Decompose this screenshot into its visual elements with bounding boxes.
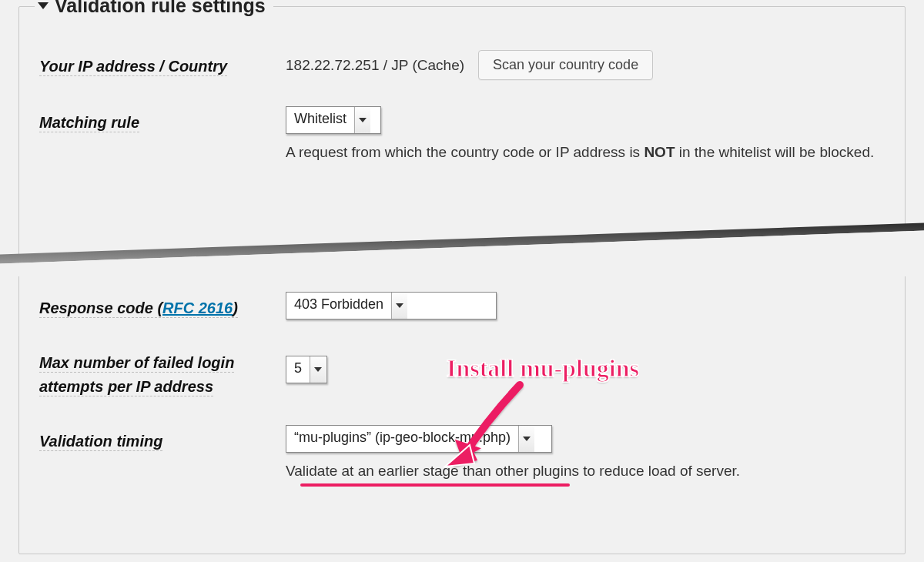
row-max-failed-login: Max number of failed login attempts per … (39, 346, 885, 399)
row-ip-address: Your IP address / Country 182.22.72.251 … (39, 50, 885, 80)
validation-timing-description: Validate at an earlier stage than other … (286, 460, 885, 482)
validation-timing-value: “mu-plugins” (ip-geo-block-mu.php) (286, 426, 518, 452)
chevron-down-icon (354, 107, 370, 133)
fieldset-title: Validation rule settings (55, 0, 266, 17)
label-matching-rule: Matching rule (39, 114, 139, 132)
chevron-down-icon (391, 293, 407, 319)
label-max-failed-login: Max number of failed login attempts per … (39, 354, 234, 396)
row-validation-timing: Validation timing “mu-plugins” (ip-geo-b… (39, 425, 885, 482)
matching-rule-description: A request from which the country code or… (286, 142, 885, 163)
ip-address-value: 182.22.72.251 / JP (Cache) (286, 57, 464, 74)
label-validation-timing: Validation timing (39, 433, 162, 451)
matching-rule-select[interactable]: Whitelist (286, 106, 381, 134)
fieldset-toggle[interactable]: Validation rule settings (35, 0, 273, 17)
label-response-code: Response code (RFC 2616) (39, 299, 238, 318)
label-ip-address: Your IP address / Country (39, 58, 227, 76)
scan-country-code-button[interactable]: Scan your country code (478, 50, 653, 80)
max-failed-login-select[interactable]: 5 (286, 356, 327, 383)
response-code-select[interactable]: 403 Forbidden (286, 292, 497, 319)
max-failed-login-value: 5 (286, 356, 310, 383)
row-matching-rule: Matching rule Whitelist A request from w… (39, 106, 885, 163)
caret-down-icon (38, 2, 49, 9)
response-code-value: 403 Forbidden (286, 293, 391, 319)
validation-rule-settings-fieldset: Validation rule settings Your IP address… (18, 6, 906, 554)
row-response-code: Response code (RFC 2616) 403 Forbidden (39, 292, 885, 320)
chevron-down-icon (310, 356, 326, 383)
torn-paper-divider (0, 222, 924, 276)
chevron-down-icon (518, 426, 534, 452)
rfc-2616-link[interactable]: RFC 2616 (162, 299, 233, 316)
validation-timing-select[interactable]: “mu-plugins” (ip-geo-block-mu.php) (286, 425, 552, 453)
matching-rule-value: Whitelist (286, 107, 354, 133)
